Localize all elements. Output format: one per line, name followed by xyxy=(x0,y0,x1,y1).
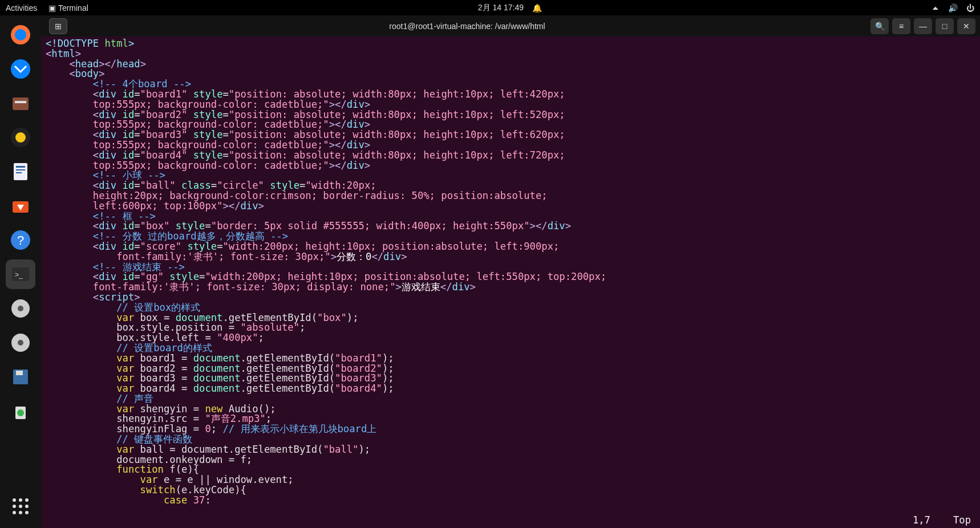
clock[interactable]: 2月 14 17:49 xyxy=(478,3,524,13)
svg-text:?: ? xyxy=(17,233,24,247)
power-icon[interactable]: ⏻ xyxy=(966,3,974,13)
trash-icon[interactable] xyxy=(6,396,35,426)
svg-point-19 xyxy=(18,340,23,346)
svg-point-26 xyxy=(25,498,29,502)
svg-point-28 xyxy=(19,505,22,508)
floppy-icon[interactable] xyxy=(6,362,35,392)
svg-point-2 xyxy=(11,59,30,79)
notification-icon[interactable]: 🔔 xyxy=(532,3,542,13)
firefox-icon[interactable] xyxy=(6,20,35,50)
minimize-button[interactable]: — xyxy=(914,18,932,34)
window-title: root1@root1-virtual-machine: /var/www/ht… xyxy=(67,22,867,31)
svg-rect-4 xyxy=(15,101,26,103)
svg-point-24 xyxy=(13,498,16,502)
svg-rect-8 xyxy=(16,166,25,168)
scroll-position: Top xyxy=(953,515,971,526)
svg-point-23 xyxy=(17,409,24,416)
rhythmbox-icon[interactable] xyxy=(6,123,35,152)
new-tab-button[interactable]: ⊞ xyxy=(49,18,67,34)
terminal-editor[interactable]: <!DOCTYPE html> <html> <head></head> <bo… xyxy=(41,36,980,528)
close-button[interactable]: ✕ xyxy=(957,18,975,34)
cursor-position: 1,7 xyxy=(913,515,930,526)
svg-text:>_: >_ xyxy=(15,271,23,279)
svg-point-17 xyxy=(18,306,23,311)
disc-icon-1[interactable] xyxy=(6,294,35,323)
svg-rect-7 xyxy=(14,163,27,180)
svg-point-27 xyxy=(13,505,16,508)
disc-icon-2[interactable] xyxy=(6,328,35,358)
svg-rect-3 xyxy=(13,98,29,110)
svg-rect-21 xyxy=(16,371,23,375)
maximize-button[interactable]: □ xyxy=(936,18,954,34)
gnome-topbar: Activities ▣ Terminal 2月 14 17:49 🔔 ⏶ 🔊 … xyxy=(0,0,980,15)
search-button[interactable]: 🔍 xyxy=(870,18,889,34)
terminal-icon: ▣ xyxy=(48,3,56,13)
current-app[interactable]: ▣ Terminal xyxy=(48,3,88,13)
code-content: <!DOCTYPE html> <html> <head></head> <bo… xyxy=(46,39,975,506)
thunderbird-icon[interactable] xyxy=(6,54,35,84)
window-titlebar: ⊞ root1@root1-virtual-machine: /var/www/… xyxy=(41,15,980,36)
activities-button[interactable]: Activities xyxy=(6,3,37,13)
volume-icon[interactable]: 🔊 xyxy=(948,3,958,13)
ubuntu-software-icon[interactable] xyxy=(6,191,35,221)
show-applications-icon[interactable] xyxy=(6,492,35,521)
menu-button[interactable]: ≡ xyxy=(892,18,910,34)
help-icon[interactable]: ? xyxy=(6,225,35,255)
svg-point-32 xyxy=(25,511,29,514)
libreoffice-writer-icon[interactable] xyxy=(6,157,35,186)
svg-point-30 xyxy=(13,511,16,514)
svg-rect-9 xyxy=(16,169,25,170)
svg-point-31 xyxy=(19,511,22,514)
vim-statusbar: 1,7 Top xyxy=(913,515,971,526)
files-icon[interactable] xyxy=(6,88,35,118)
dock: ? >_ xyxy=(0,15,41,528)
app-label: Terminal xyxy=(58,3,88,13)
svg-point-6 xyxy=(15,132,26,143)
terminal-app-icon[interactable]: >_ xyxy=(6,259,35,289)
network-icon[interactable]: ⏶ xyxy=(932,3,939,13)
svg-point-29 xyxy=(25,505,29,508)
svg-point-25 xyxy=(19,498,22,502)
svg-point-1 xyxy=(15,29,26,40)
svg-rect-10 xyxy=(16,172,22,173)
